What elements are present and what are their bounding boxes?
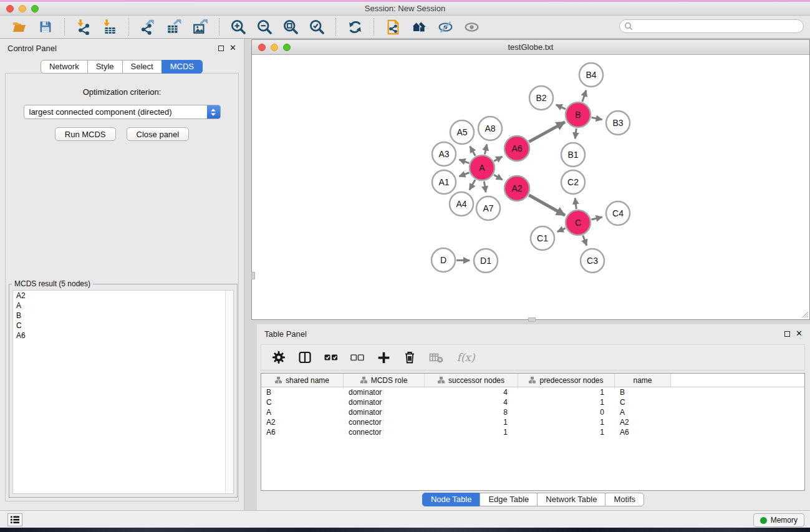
delete-table-button[interactable] (426, 347, 446, 368)
table-row[interactable]: Adominator80A (261, 407, 804, 417)
resize-grip-icon[interactable] (801, 311, 809, 318)
save-session-button[interactable] (35, 17, 56, 37)
table-row[interactable]: A6connector11A6 (261, 427, 804, 437)
edge-A-A3[interactable] (459, 160, 469, 163)
tab-motifs[interactable]: Motifs (605, 493, 644, 506)
result-item[interactable]: B (13, 311, 233, 321)
memory-button[interactable]: Memory (753, 513, 804, 527)
first-neighbors-button[interactable] (408, 17, 430, 37)
close-panel-button[interactable]: Close panel (127, 127, 190, 141)
result-item[interactable]: A6 (13, 331, 233, 341)
edge-A-A4[interactable] (470, 180, 475, 190)
network-canvas[interactable]: AA1A2A3A4A5A6A7A8BB1B2B3B4CC1C2C3C4DD1 (252, 55, 809, 319)
node-B1[interactable]: B1 (561, 143, 585, 167)
result-item[interactable]: A2 (13, 291, 233, 301)
table-settings-button[interactable] (269, 347, 289, 368)
edge-A-A2[interactable] (494, 175, 503, 180)
edge-C-C1[interactable] (557, 228, 566, 232)
tab-edge-table[interactable]: Edge Table (480, 493, 538, 506)
tab-network[interactable]: Network (41, 60, 88, 74)
close-panel-icon[interactable]: ✕ (229, 45, 236, 51)
node-A7[interactable]: A7 (476, 196, 500, 220)
network-window-titlebar[interactable]: testGlobe.txt (252, 40, 809, 55)
import-network-button[interactable] (73, 17, 94, 37)
tab-select[interactable]: Select (122, 60, 162, 74)
optimization-criterion-dropdown[interactable]: largest connected component (directed) (24, 105, 221, 119)
node-C4[interactable]: C4 (606, 201, 630, 225)
export-network-button[interactable] (137, 17, 158, 37)
run-mcds-button[interactable]: Run MCDS (55, 127, 116, 141)
import-table-button[interactable] (99, 17, 120, 37)
node-A6[interactable]: A6 (504, 136, 529, 161)
node-A2[interactable]: A2 (504, 176, 529, 201)
refresh-layout-button[interactable] (344, 17, 365, 37)
zoom-fit-button[interactable] (280, 17, 301, 37)
column-header-name[interactable]: name (615, 374, 671, 387)
node-A3[interactable]: A3 (432, 142, 456, 166)
node-C3[interactable]: C3 (581, 249, 604, 273)
select-all-button[interactable] (321, 347, 341, 368)
edge-A-A1[interactable] (459, 173, 469, 177)
edge-A-A5[interactable] (470, 147, 476, 156)
table-row[interactable]: Bdominator41B (261, 387, 804, 397)
edge-C-C2[interactable] (575, 198, 576, 209)
column-header-shared-name[interactable]: shared name (261, 374, 344, 387)
edge-B-B3[interactable] (592, 117, 602, 119)
function-builder-button[interactable]: f(x) (452, 347, 480, 368)
node-C[interactable]: C (566, 210, 591, 235)
edge-B-B1[interactable] (575, 128, 576, 138)
edge-A6-B[interactable] (529, 122, 565, 142)
left-splitter-handle[interactable] (251, 272, 255, 279)
show-column-button[interactable] (295, 347, 315, 368)
result-item[interactable]: A (13, 301, 233, 311)
tab-node-table[interactable]: Node Table (422, 493, 481, 506)
column-header-predecessor-nodes[interactable]: predecessor nodes (518, 374, 615, 387)
edge-A-A8[interactable] (485, 144, 486, 154)
node-A5[interactable]: A5 (450, 120, 474, 144)
bottom-splitter-handle[interactable] (528, 317, 536, 322)
column-header-MCDS-role[interactable]: MCDS role (344, 374, 425, 387)
edge-B-B4[interactable] (582, 90, 586, 102)
edge-C-C4[interactable] (591, 217, 602, 220)
zoom-out-button[interactable] (254, 17, 275, 37)
node-A8[interactable]: A8 (478, 117, 502, 140)
node-A[interactable]: A (470, 155, 494, 180)
hide-selected-button[interactable] (435, 17, 456, 37)
deselect-all-button[interactable] (347, 347, 367, 368)
node-D1[interactable]: D1 (474, 249, 498, 273)
table-row[interactable]: A2connector11A2 (261, 417, 804, 427)
node-B3[interactable]: B3 (606, 111, 630, 135)
node-A1[interactable]: A1 (432, 170, 456, 194)
close-table-panel-icon[interactable]: ✕ (796, 331, 803, 337)
table-row[interactable]: Cdominator41C (261, 397, 804, 407)
search-input[interactable] (635, 21, 803, 32)
column-header-successor-nodes[interactable]: successor nodes (425, 374, 518, 387)
float-table-panel-icon[interactable] (784, 331, 790, 337)
node-C1[interactable]: C1 (531, 226, 554, 250)
float-panel-icon[interactable] (218, 46, 224, 51)
result-scrollbar[interactable] (225, 291, 233, 493)
export-image-button[interactable] (190, 17, 211, 37)
delete-row-button[interactable] (400, 347, 420, 368)
edge-C-C3[interactable] (583, 236, 587, 246)
node-D[interactable]: D (432, 248, 455, 272)
tab-style[interactable]: Style (87, 60, 123, 74)
tab-mcds[interactable]: MCDS (162, 60, 203, 74)
add-row-button[interactable] (374, 347, 393, 368)
node-C2[interactable]: C2 (561, 170, 585, 194)
zoom-in-button[interactable] (228, 17, 249, 37)
open-session-button[interactable] (9, 17, 30, 37)
node-B2[interactable]: B2 (529, 86, 553, 110)
result-item[interactable]: C (13, 321, 233, 331)
zoom-selected-button[interactable] (306, 17, 327, 37)
show-panels-button[interactable] (7, 513, 22, 526)
edge-B-B2[interactable] (556, 105, 566, 109)
show-all-button[interactable] (461, 17, 482, 37)
node-B[interactable]: B (566, 102, 591, 127)
edge-A-A6[interactable] (494, 157, 502, 161)
edge-A2-C[interactable] (529, 195, 565, 215)
export-table-button[interactable] (163, 17, 185, 37)
node-A4[interactable]: A4 (450, 192, 473, 216)
node-B4[interactable]: B4 (579, 63, 603, 87)
new-network-from-selection-button[interactable] (382, 17, 403, 37)
